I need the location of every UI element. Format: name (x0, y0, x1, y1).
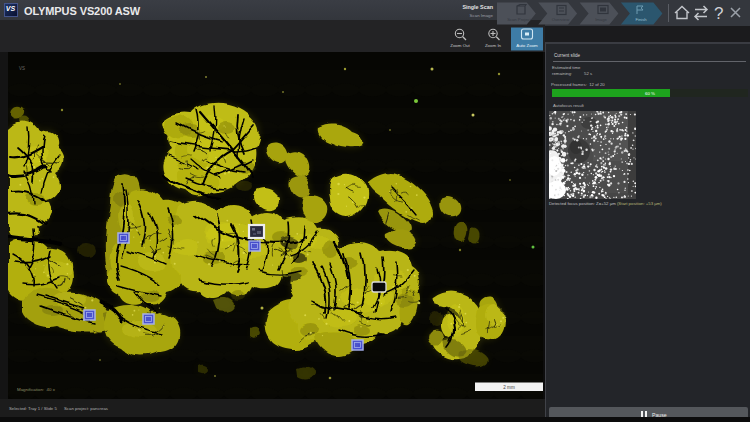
svg-text:Magnification: 40 x: Magnification: 40 x (17, 387, 56, 392)
svg-text:Zoom In: Zoom In (485, 43, 502, 48)
svg-text:Image: Image (595, 17, 607, 22)
svg-text:Overview: Overview (552, 17, 570, 22)
svg-text:?: ? (714, 4, 723, 23)
svg-text:Auto Zoom: Auto Zoom (516, 43, 538, 48)
svg-text:Finish: Finish (635, 17, 647, 22)
svg-text:2 mm: 2 mm (503, 385, 515, 390)
svg-text:Zoom Out: Zoom Out (450, 43, 470, 48)
svg-text:VS: VS (19, 66, 25, 71)
